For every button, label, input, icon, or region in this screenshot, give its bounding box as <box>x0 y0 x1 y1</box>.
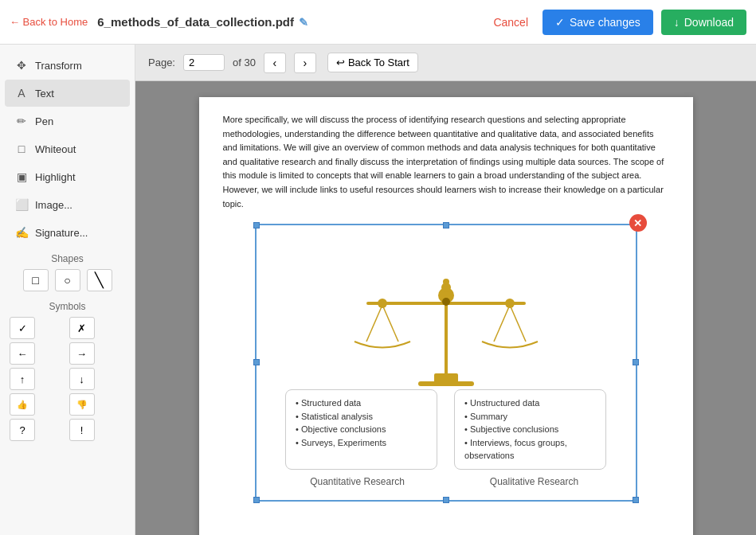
download-button[interactable]: ↓ Download <box>661 10 746 35</box>
sidebar-item-transform[interactable]: ✥ Transform <box>5 52 130 79</box>
pdf-body-text: More specifically, we will discuss the p… <box>223 113 669 211</box>
symbols-title: Symbols <box>10 301 125 312</box>
sidebar-item-highlight[interactable]: ▣ Highlight <box>5 163 130 190</box>
symbol-thumbsup-button[interactable]: 👍 <box>10 393 35 416</box>
main-layout: ✥ Transform A Text ✏ Pen □ Whiteout ▣ Hi… <box>0 45 756 535</box>
sidebar-item-pen[interactable]: ✏ Pen <box>5 107 130 135</box>
symbol-check-button[interactable]: ✓ <box>10 317 35 339</box>
quantitative-label-box: Structured data Statistical analysis Obj… <box>285 389 437 470</box>
qualitative-item-0: Unstructured data <box>464 396 596 410</box>
scale-svg <box>271 238 621 389</box>
handle-bottom-right[interactable] <box>633 497 639 503</box>
highlight-icon: ▣ <box>14 170 29 184</box>
handle-bottom-mid[interactable] <box>443 497 449 503</box>
pdf-scroll[interactable]: More specifically, we will discuss the p… <box>135 81 756 535</box>
sidebar-item-whiteout[interactable]: □ Whiteout <box>5 135 130 162</box>
shapes-row: □ ○ ╲ <box>10 269 125 291</box>
page-prev-button[interactable]: ‹ <box>264 53 286 73</box>
page-next-button[interactable]: › <box>294 53 316 73</box>
header-actions: Cancel ✓ Save changes ↓ Download <box>487 10 746 35</box>
quantitative-item-0: Structured data <box>296 396 427 410</box>
edit-filename-icon[interactable]: ✎ <box>299 16 308 29</box>
text-icon: A <box>14 86 29 100</box>
save-button[interactable]: ✓ Save changes <box>543 10 653 35</box>
symbol-left-arrow-button[interactable]: ← <box>10 342 35 365</box>
symbol-up-arrow-button[interactable]: ↑ <box>10 368 35 390</box>
save-check-icon: ✓ <box>555 16 565 29</box>
qualitative-item-2: Subjective conclusions <box>464 423 596 436</box>
svg-point-11 <box>378 299 387 308</box>
download-icon: ↓ <box>674 16 680 29</box>
handle-mid-left[interactable] <box>253 359 260 365</box>
sidebar-item-signature-label: Signature... <box>35 227 88 239</box>
signature-icon: ✍ <box>14 225 29 240</box>
download-label: Download <box>684 16 734 29</box>
shape-rect-button[interactable]: □ <box>23 269 49 291</box>
page-toolbar: Page: 2 1 3 of 30 ‹ › ↩ Back To Start <box>135 45 756 81</box>
image-icon: ⬜ <box>14 197 29 212</box>
sidebar-item-whiteout-label: Whiteout <box>35 143 76 155</box>
svg-point-4 <box>443 279 449 285</box>
pdf-page: More specifically, we will discuss the p… <box>199 97 693 535</box>
cancel-button[interactable]: Cancel <box>487 11 535 33</box>
handle-mid-right[interactable] <box>633 359 639 365</box>
sidebar-item-transform-label: Transform <box>35 60 82 72</box>
svg-line-6 <box>366 305 382 342</box>
qualitative-list: Unstructured data Summary Subjective con… <box>464 396 596 463</box>
back-to-home-link[interactable]: ← Back to Home <box>10 16 88 28</box>
page-input-wrap: 2 1 3 <box>183 54 225 71</box>
scale-image-area: Structured data Statistical analysis Obj… <box>257 225 636 500</box>
sidebar-item-text[interactable]: A Text <box>5 80 130 107</box>
shape-line-button[interactable]: ╲ <box>87 269 112 291</box>
svg-point-10 <box>442 298 450 306</box>
shapes-section: Shapes □ ○ ╲ <box>0 247 135 298</box>
page-total: of 30 <box>233 57 256 68</box>
handle-top-left[interactable] <box>253 222 260 228</box>
symbol-question-button[interactable]: ? <box>10 419 35 441</box>
sidebar: ✥ Transform A Text ✏ Pen □ Whiteout ▣ Hi… <box>0 45 135 535</box>
qualitative-item-1: Summary <box>464 410 596 424</box>
handle-top-mid[interactable] <box>443 222 449 228</box>
quantitative-list: Structured data Statistical analysis Obj… <box>296 396 427 449</box>
back-start-icon: ↩ <box>336 57 345 68</box>
svg-line-7 <box>382 305 398 342</box>
quantitative-item-1: Statistical analysis <box>296 410 427 424</box>
symbols-section: Symbols ✓ ✗ ← → ↑ ↓ 👍 👎 ? ! <box>0 298 135 444</box>
svg-line-9 <box>510 305 526 342</box>
sidebar-item-image[interactable]: ⬜ Image... <box>5 191 130 218</box>
sidebar-item-text-label: Text <box>35 88 54 100</box>
shapes-title: Shapes <box>10 253 125 264</box>
annotation-box[interactable]: ✕ <box>255 224 637 502</box>
qualitative-caption: Qualitative Research <box>455 476 614 487</box>
back-start-label: Back To Start <box>348 57 409 68</box>
svg-rect-1 <box>445 302 448 375</box>
svg-line-8 <box>494 305 510 342</box>
transform-icon: ✥ <box>14 58 29 72</box>
save-label: Save changes <box>570 16 640 29</box>
page-select[interactable]: 2 1 3 <box>183 54 225 71</box>
svg-rect-13 <box>418 381 474 386</box>
whiteout-icon: □ <box>14 142 29 156</box>
header: ← Back to Home 6_methods_of_data_collect… <box>0 0 756 45</box>
qualitative-label-box: Unstructured data Summary Subjective con… <box>454 389 606 470</box>
svg-point-12 <box>505 299 515 308</box>
back-to-start-button[interactable]: ↩ Back To Start <box>327 53 418 72</box>
file-name: 6_methods_of_data_collection.pdf ✎ <box>97 15 477 29</box>
shape-circle-button[interactable]: ○ <box>55 269 80 291</box>
symbol-exclamation-button[interactable]: ! <box>69 419 95 441</box>
scale-labels: Structured data Statistical analysis Obj… <box>269 389 623 470</box>
content-area: Page: 2 1 3 of 30 ‹ › ↩ Back To Start Mo… <box>135 45 756 535</box>
scale-captions: Quantitative Research Qualitative Resear… <box>269 476 623 487</box>
sidebar-item-signature[interactable]: ✍ Signature... <box>5 219 130 246</box>
symbol-thumbsdown-button[interactable]: 👎 <box>69 393 95 416</box>
symbol-right-arrow-button[interactable]: → <box>69 342 95 365</box>
pen-icon: ✏ <box>14 114 29 128</box>
close-annotation-button[interactable]: ✕ <box>629 214 647 232</box>
symbol-down-arrow-button[interactable]: ↓ <box>69 368 95 390</box>
symbol-cross-button[interactable]: ✗ <box>69 317 95 339</box>
page-label: Page: <box>148 57 175 68</box>
quantitative-item-3: Surveys, Experiments <box>296 436 427 450</box>
symbols-grid: ✓ ✗ ← → ↑ ↓ 👍 👎 ? ! <box>10 317 125 441</box>
qualitative-item-3: Interviews, focus groups, observations <box>464 436 596 463</box>
handle-bottom-left[interactable] <box>253 497 260 503</box>
